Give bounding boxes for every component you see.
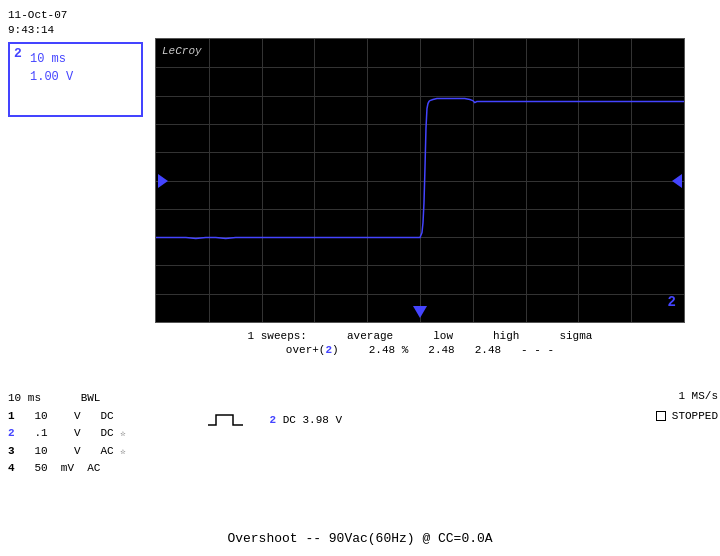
voltage-value: 1.00 V [30,68,135,86]
stats-section: 1 sweeps: average low high sigma over+(2… [155,330,685,356]
ch2-row: 2 .1 V DC ☆ [8,425,126,443]
trigger-arrow-left [158,174,168,188]
channel-info-box: 2 10 ms 1.00 V [8,42,143,117]
channel-settings: 10 ms 1.00 V [30,50,135,86]
timestamp: 11-Oct-07 9:43:14 [8,8,67,39]
ch2-dc-label: 2 [269,414,276,426]
ch2-suffix: ☆ [120,429,125,439]
sigma-value: - - - [521,344,554,356]
average-label: average [347,330,393,342]
over-label: over+(2) [286,344,339,356]
chart-title: Overshoot -- 90Vac(60Hz) @ CC=0.0A [0,531,720,546]
average-value: 2.48 % [369,344,409,356]
sigma-label: sigma [559,330,592,342]
over-channel: 2 [325,344,332,356]
sample-rate: 1 MS/s [656,390,718,402]
ch4-number: 4 [8,462,15,474]
channel-number: 2 [14,46,22,61]
ch1-row: 1 10 V DC [8,408,126,426]
high-value: 2.48 [475,344,501,356]
low-value: 2.48 [428,344,454,356]
oscilloscope-screen: LeCroy 2 [155,38,685,323]
stopped-indicator: STOPPED [656,410,718,422]
waveform-symbol [208,410,243,430]
date: 11-Oct-07 [8,8,67,23]
stopped-box [656,411,666,421]
stopped-label: STOPPED [672,410,718,422]
timebase-label: 10 ms [8,392,41,404]
channel-2-label: 2 [668,294,676,310]
high-label: high [493,330,519,342]
ch3-number: 3 [8,445,15,457]
ch3-row: 3 10 V AC ☆ [8,443,126,461]
ch4-row: 4 50 mV AC [8,460,126,478]
stats-headers: 1 sweeps: average low high sigma [155,330,685,342]
trigger-arrow-bottom [413,306,427,322]
trigger-arrow-right [672,174,682,188]
right-info: 1 MS/s STOPPED [656,390,718,422]
bwl-label: BWL [81,392,101,404]
stopped-row: STOPPED [656,410,718,422]
title-text: Overshoot -- 90Vac(60Hz) @ CC=0.0A [227,531,492,546]
svg-marker-0 [413,306,427,318]
sweeps-label: 1 sweeps: [248,330,307,342]
waveform [156,39,684,322]
low-label: low [433,330,453,342]
time: 9:43:14 [8,23,67,38]
ch2-dc-value: DC 3.98 V [283,414,342,426]
center-info: 2 DC 3.98 V [208,410,342,430]
timebase-value: 10 ms [30,50,135,68]
ch1-number: 1 [8,410,15,422]
stats-values: over+(2) 2.48 % 2.48 2.48 - - - [155,344,685,356]
ch3-suffix: ☆ [120,447,125,457]
channel-list: 10 ms BWL 1 10 V DC 2 .1 V DC ☆ 3 10 V A… [8,390,126,478]
timebase-row: 10 ms BWL [8,390,126,408]
ch2-number: 2 [8,427,15,439]
